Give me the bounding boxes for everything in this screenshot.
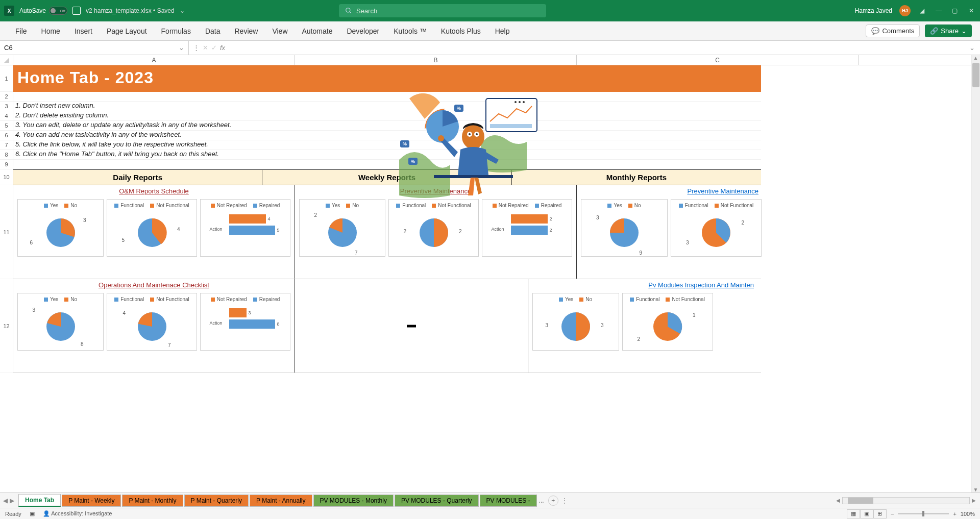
ribbon: File Home Insert Page Layout Formulas Da… xyxy=(0,21,980,41)
autosave-toggle[interactable]: AutoSave Off xyxy=(19,7,67,15)
chart-pie-yesno: YesNo 39 xyxy=(581,199,668,257)
instruction-row[interactable]: 5. Click the link below, it will take yo… xyxy=(13,140,761,150)
ribbon-tab-data[interactable]: Data xyxy=(198,21,228,41)
row-header-5[interactable]: 5 xyxy=(0,121,13,131)
row-header-1[interactable]: 1 xyxy=(0,65,13,92)
ribbon-tab-file[interactable]: File xyxy=(8,21,34,41)
ribbon-tab-review[interactable]: Review xyxy=(228,21,265,41)
row-header-2[interactable]: 2 xyxy=(0,92,13,102)
instruction-row[interactable]: 1. Don't insert new column. xyxy=(13,102,761,111)
link-om-reports[interactable]: O&M Reports Schedule xyxy=(16,187,291,195)
row-header-12[interactable]: 12 xyxy=(0,279,13,373)
name-box[interactable]: C6⌄ xyxy=(0,41,189,55)
sheet-tab-home[interactable]: Home Tab xyxy=(18,494,61,507)
ribbon-tab-automate[interactable]: Automate xyxy=(295,21,340,41)
col-header-b[interactable]: B xyxy=(295,55,577,65)
zoom-out-icon[interactable]: − xyxy=(891,511,894,517)
chart-bar-repair: Not RepairedRepaired Action 2 2 xyxy=(482,199,572,257)
horizontal-scrollbar[interactable] xyxy=(842,497,970,504)
view-normal-icon[interactable]: ▦ xyxy=(847,509,860,518)
instruction-row[interactable]: 3. You can edit, delete or update any ac… xyxy=(13,121,761,131)
row-header-11[interactable]: 11 xyxy=(0,185,13,279)
cell-daily-r11[interactable]: O&M Reports Schedule YesNo 63 Functional… xyxy=(13,185,295,279)
section-header-daily: Daily Reports xyxy=(13,170,262,185)
fb-check-icon[interactable]: ✓ xyxy=(211,44,217,52)
view-pagebreak-icon[interactable]: ⊞ xyxy=(873,509,887,518)
filename[interactable]: v2 hamza_template.xlsx • Saved xyxy=(86,7,175,14)
cell-monthly-r12[interactable]: Pv Modules Inspection And Mainten YesNo … xyxy=(528,279,761,373)
sheet-tab[interactable]: P Maint - Weekly xyxy=(62,495,121,507)
sheet-tab[interactable]: PV MODULES - Monthly xyxy=(313,495,394,507)
search-input[interactable]: Search xyxy=(339,4,546,17)
username[interactable]: Hamza Javed xyxy=(855,7,892,14)
sheet-tab[interactable]: PV MODULES - xyxy=(480,495,537,507)
filename-dropdown-icon[interactable]: ⌄ xyxy=(180,7,185,14)
hscroll-left-icon[interactable]: ◀ xyxy=(836,498,840,503)
zoom-slider[interactable] xyxy=(898,513,949,514)
scroll-thumb[interactable] xyxy=(972,63,979,87)
row-header-3[interactable]: 3 xyxy=(0,102,13,111)
maximize-icon[interactable]: ▢ xyxy=(950,6,960,15)
sheet-tab[interactable]: P Maint - Quarterly xyxy=(184,495,249,507)
link-preventive-monthly[interactable]: Preventive Maintenance xyxy=(580,187,763,195)
cell-weekly-r12[interactable] xyxy=(295,279,528,373)
sheet-tab[interactable]: P Maint - Monthly xyxy=(122,495,183,507)
col-header-a[interactable]: A xyxy=(13,55,295,65)
ribbon-mode-icon[interactable]: ◢ xyxy=(918,6,927,15)
add-sheet-button[interactable]: + xyxy=(548,496,558,506)
share-button[interactable]: 🔗 Share ⌄ xyxy=(925,24,972,37)
row-header-4[interactable]: 4 xyxy=(0,111,13,121)
scroll-up-icon[interactable]: ▲ xyxy=(973,55,978,61)
row-header-7[interactable]: 7 xyxy=(0,140,13,150)
row-header-6[interactable]: 6 xyxy=(0,131,13,140)
link-ops-checklist[interactable]: Operations And Maintenace Checklist xyxy=(16,281,291,289)
link-pv-modules[interactable]: Pv Modules Inspection And Mainten xyxy=(531,281,758,289)
accessibility-status[interactable]: 👤 Accessibility: Investigate xyxy=(43,510,112,517)
ribbon-tab-kutools[interactable]: Kutools ™ xyxy=(386,21,434,41)
tabs-menu-icon[interactable]: ⋮ xyxy=(561,497,568,504)
ribbon-tab-developer[interactable]: Developer xyxy=(339,21,386,41)
ribbon-tab-insert[interactable]: Insert xyxy=(67,21,100,41)
ribbon-tab-pagelayout[interactable]: Page Layout xyxy=(100,21,154,41)
svg-point-16 xyxy=(469,133,471,135)
vertical-scrollbar[interactable]: ▲ ▼ xyxy=(971,55,980,492)
cell-daily-r12[interactable]: Operations And Maintenace Checklist YesN… xyxy=(13,279,295,373)
zoom-level[interactable]: 100% xyxy=(961,511,975,517)
ribbon-tab-view[interactable]: View xyxy=(265,21,295,41)
col-header-c[interactable]: C xyxy=(577,55,859,65)
minimize-icon[interactable]: — xyxy=(934,6,943,15)
view-layout-icon[interactable]: ▣ xyxy=(860,509,873,518)
tabs-more[interactable]: ... xyxy=(539,497,544,504)
formula-expand-icon[interactable]: ⌄ xyxy=(964,44,980,52)
tab-next-icon[interactable]: ▶ xyxy=(10,497,14,504)
comments-button[interactable]: 💬 Comments xyxy=(866,24,920,37)
hscroll-right-icon[interactable]: ▶ xyxy=(972,498,976,503)
fx-icon[interactable]: fx xyxy=(220,44,225,52)
sheet-tab[interactable]: PV MODULES - Quarterly xyxy=(395,495,479,507)
fb-dropdown-icon[interactable]: ⋮ xyxy=(193,44,200,52)
instruction-row[interactable] xyxy=(13,92,761,102)
instruction-row[interactable]: 2. Don't delete exisiting column. xyxy=(13,111,761,121)
ribbon-tab-kutoolsplus[interactable]: Kutools Plus xyxy=(434,21,488,41)
tab-prev-icon[interactable]: ◀ xyxy=(3,497,8,504)
close-icon[interactable]: ✕ xyxy=(967,6,976,15)
select-all-corner[interactable] xyxy=(0,55,13,65)
scroll-down-icon[interactable]: ▼ xyxy=(973,487,978,492)
instruction-row[interactable]: 6. Click on the "Home Tab" button, it wi… xyxy=(13,150,761,160)
row-header-10[interactable]: 10 xyxy=(0,169,13,185)
ribbon-tab-help[interactable]: Help xyxy=(488,21,517,41)
instruction-row[interactable] xyxy=(13,160,761,169)
save-icon[interactable] xyxy=(72,7,81,15)
user-avatar[interactable]: HJ xyxy=(899,5,911,16)
row-header-8[interactable]: 8 xyxy=(0,150,13,160)
formula-bar: C6⌄ ⋮ ✕ ✓ fx ⌄ xyxy=(0,41,980,55)
cell-monthly-r11[interactable]: Preventive Maintenance YesNo 39 Function… xyxy=(577,185,766,279)
fb-cancel-icon[interactable]: ✕ xyxy=(203,44,208,52)
sheet-tab[interactable]: P Maint - Annually xyxy=(250,495,312,507)
instruction-row[interactable]: 4. You can add new task/activity in any … xyxy=(13,131,761,140)
row-header-9[interactable]: 9 xyxy=(0,160,13,169)
ribbon-tab-home[interactable]: Home xyxy=(34,21,67,41)
macro-icon[interactable]: ▣ xyxy=(30,510,35,517)
ribbon-tab-formulas[interactable]: Formulas xyxy=(154,21,198,41)
zoom-in-icon[interactable]: + xyxy=(953,511,956,517)
